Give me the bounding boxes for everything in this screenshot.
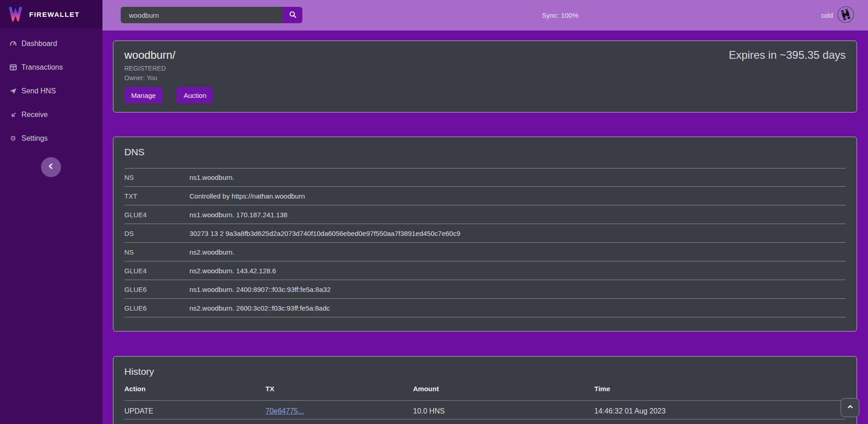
history-amount: 10.0 HNS (413, 407, 594, 415)
app-header: FIREWALLET (0, 0, 102, 28)
dns-record-row: GLUE6 ns2.woodburn. 2600:3c02::f03c:93ff… (124, 299, 846, 317)
transactions-icon (9, 64, 17, 71)
domain-actions: Manage Auction (124, 87, 846, 103)
wallet-name: cold (821, 12, 833, 19)
chevron-left-icon (46, 161, 56, 173)
send-icon (9, 87, 17, 95)
history-col-amount: Amount (413, 385, 594, 393)
gear-icon: ⚙ (9, 134, 17, 143)
chevron-up-icon (846, 402, 855, 413)
manage-button[interactable]: Manage (124, 87, 163, 103)
dns-title: DNS (124, 146, 846, 158)
scroll-to-top-button[interactable] (841, 398, 859, 417)
receive-icon (9, 112, 17, 118)
wallet-chip[interactable]: cold (821, 0, 854, 31)
dns-card: DNS NS ns1.woodburn. TXT Controlled by h… (113, 137, 857, 332)
sidebar-collapse-button[interactable] (41, 157, 61, 177)
domain-card: woodburn/ REGISTERED Owner: You Manage A… (113, 41, 857, 112)
sidebar: FIREWALLET Dashboard Transactions Send H… (0, 0, 102, 424)
history-header-row: Action TX Amount Time (124, 385, 846, 401)
dns-table: NS ns1.woodburn. TXT Controlled by https… (124, 168, 846, 317)
dns-record-row: DS 30273 13 2 9a3a8fb3d625d2a2073d740f10… (124, 224, 846, 243)
dns-record-row: TXT Controlled by https://nathan.woodbur… (124, 187, 846, 205)
history-card: History Action TX Amount Time UPDATE 70e… (113, 356, 857, 424)
search-group (121, 7, 302, 23)
history-col-time: Time (594, 385, 846, 393)
history-time: 14:46:32 01 Aug 2023 (594, 407, 846, 415)
history-action: UPDATE (124, 407, 266, 415)
dns-record-row: NS ns2.woodburn. (124, 243, 846, 261)
sync-status: Sync: 100% (542, 0, 578, 31)
dns-record-value: ns2.woodburn. 143.42.128.6 (189, 267, 846, 275)
sidebar-item-label: Dashboard (21, 40, 57, 48)
dns-record-row: GLUE6 ns1.woodburn. 2400:8907::f03c:93ff… (124, 280, 846, 299)
firewallet-logo-icon (7, 5, 24, 23)
app-title: FIREWALLET (29, 10, 80, 18)
search-button[interactable] (283, 7, 302, 23)
history-title: History (124, 366, 846, 378)
search-input[interactable] (121, 7, 283, 23)
domain-expiry: Expires in ~395.35 days (729, 48, 846, 62)
history-row: RENEW 470e5c1... 10.0 HNS 15:45:36 07 Fe… (124, 419, 846, 424)
sidebar-item-receive[interactable]: Receive (0, 107, 102, 122)
dns-record-type: GLUE6 (124, 304, 189, 312)
dns-record-value: ns1.woodburn. 170.187.241.138 (189, 211, 846, 219)
dns-record-row: GLUE4 ns1.woodburn. 170.187.241.138 (124, 205, 846, 224)
auction-button[interactable]: Auction (177, 87, 213, 103)
dns-record-type: NS (124, 174, 189, 181)
sidebar-item-settings[interactable]: ⚙ Settings (0, 131, 102, 146)
handshake-logo-icon (837, 6, 854, 25)
sidebar-item-label: Receive (21, 111, 48, 119)
dns-record-value: ns1.woodburn. (189, 174, 846, 181)
sidebar-item-transactions[interactable]: Transactions (0, 60, 102, 75)
tx-link[interactable]: 70e64775... (266, 407, 413, 415)
dns-record-value: ns2.woodburn. (189, 248, 846, 256)
history-row: UPDATE 70e64775... 10.0 HNS 14:46:32 01 … (124, 401, 846, 419)
dns-record-type: NS (124, 248, 189, 256)
domain-status: REGISTERED (124, 65, 846, 72)
dns-record-value: 30273 13 2 9a3a8fb3d625d2a2073d740f10da6… (189, 230, 846, 237)
sidebar-item-label: Send HNS (21, 87, 56, 95)
domain-owner: Owner: You (124, 74, 846, 82)
search-icon (289, 10, 297, 20)
dns-record-type: GLUE6 (124, 286, 189, 293)
sidebar-nav: Dashboard Transactions Send HNS Receive … (0, 28, 102, 146)
history-col-action: Action (124, 385, 266, 393)
dns-record-row: NS ns1.woodburn. (124, 168, 846, 187)
dashboard-icon (9, 40, 17, 47)
sidebar-item-send-hns[interactable]: Send HNS (0, 84, 102, 98)
dns-record-type: DS (124, 230, 189, 237)
main-content: woodburn/ REGISTERED Owner: You Manage A… (102, 31, 868, 424)
dns-record-type: GLUE4 (124, 211, 189, 219)
topbar: Sync: 100% cold (102, 0, 868, 31)
dns-record-row: GLUE4 ns2.woodburn. 143.42.128.6 (124, 261, 846, 280)
sidebar-item-label: Transactions (21, 63, 63, 72)
dns-record-value: ns2.woodburn. 2600:3c02::f03c:93ff:fe5a:… (189, 304, 846, 312)
sidebar-item-label: Settings (21, 134, 48, 143)
dns-record-type: GLUE4 (124, 267, 189, 275)
dns-record-value: Controlled by https://nathan.woodburn (189, 192, 846, 200)
dns-record-value: ns1.woodburn. 2400:8907::f03c:93ff:fe5a:… (189, 286, 846, 293)
dns-record-type: TXT (124, 192, 189, 200)
sidebar-item-dashboard[interactable]: Dashboard (0, 36, 102, 51)
history-col-tx: TX (266, 385, 413, 393)
